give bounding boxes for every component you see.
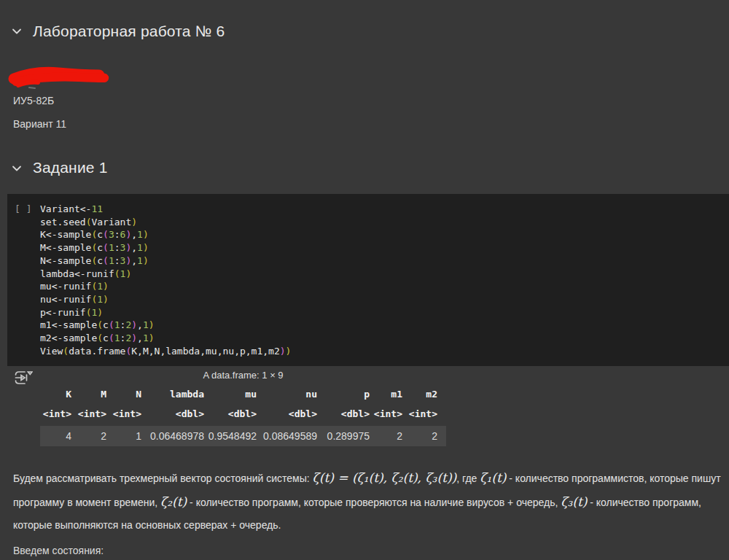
dataframe-cell: <dbl> <box>141 408 204 419</box>
code-line: lambda<-runif(1) <box>40 268 729 281</box>
dataframe-cell: 1 <box>106 430 141 442</box>
dataframe-output: A data.frame: 1 × 9 KMNlambdamunupm1m2 <… <box>40 370 446 446</box>
paragraph-text: - количество программ, которые проверяют… <box>187 497 561 508</box>
collapse-chevron-icon[interactable] <box>12 165 22 172</box>
dataframe-cell: <int> <box>71 408 106 419</box>
dataframe-caption: A data.frame: 1 × 9 <box>40 370 446 385</box>
dataframe-cell: 2 <box>370 430 402 442</box>
dataframe-cell: <dbl> <box>204 408 257 419</box>
run-cell-button[interactable]: [ ] <box>15 203 31 214</box>
section-title-task: Задание 1 <box>33 159 108 176</box>
dataframe-cell: N <box>106 389 141 400</box>
inline-math: ζ₁(t) <box>480 470 506 485</box>
code-line: mu<-runif(1) <box>40 280 729 293</box>
dataframe-cell: <dbl> <box>257 408 317 419</box>
dataframe-cell: <int> <box>40 408 71 419</box>
dataframe-cell: p <box>317 389 370 400</box>
dataframe-cell: 2 <box>71 430 106 442</box>
dataframe-cell: <int> <box>106 408 141 419</box>
code-lines: Variant<-11set.seed(Variant)K<-sample(c(… <box>40 203 729 357</box>
collapse-chevron-icon[interactable] <box>12 28 22 35</box>
dataframe-type-row: <int><int><int><dbl><dbl><dbl><dbl><int>… <box>40 403 446 424</box>
dataframe-cell: <int> <box>370 408 402 419</box>
dataframe-cell: 0.08649589 <box>257 430 317 442</box>
paragraph-text: , где <box>456 472 480 484</box>
dataframe-cell: nu <box>257 389 317 400</box>
dataframe-cell: 0.9548492 <box>204 430 257 442</box>
code-line: set.seed(Variant) <box>40 216 729 229</box>
inline-math: ζ₂(t) <box>160 494 187 509</box>
dataframe-header-row: KMNlambdamunupm1m2 <box>40 385 446 403</box>
code-line: m2<-sample(c(1:2),1) <box>40 332 729 345</box>
code-cell[interactable]: [ ] Variant<-11set.seed(Variant)K<-sampl… <box>7 194 729 366</box>
dataframe-cell: 4 <box>40 430 71 442</box>
dataframe-cell: <dbl> <box>317 408 370 419</box>
dataframe-cell: 0.06468978 <box>141 430 204 442</box>
group-label: ИУ5-82Б <box>13 95 54 106</box>
paragraph-text: Будем рассматривать трехмерный вектор со… <box>13 472 313 484</box>
markdown-paragraph: Будем рассматривать трехмерный вектор со… <box>13 467 724 537</box>
dataframe-cell: m2 <box>402 389 446 400</box>
output-options-icon[interactable] <box>12 369 33 386</box>
dataframe-value-row: 4210.064689780.95484920.086495890.289975… <box>40 426 446 446</box>
inline-math: ζ₃(t) <box>561 494 587 509</box>
dataframe-cell: K <box>40 389 71 400</box>
dataframe-cell: <int> <box>402 408 446 419</box>
dataframe-cell: lambda <box>141 389 204 400</box>
code-line: K<-sample(c(3:6),1) <box>40 228 729 241</box>
dataframe-cell: 2 <box>402 430 446 442</box>
code-line: Variant<-11 <box>40 203 729 216</box>
dataframe-cell: mu <box>204 389 257 400</box>
code-line: View(data.frame(K,M,N,lambda,mu,nu,p,m1,… <box>40 345 729 358</box>
code-line: p<-runif(1) <box>40 306 729 319</box>
dataframe-cell: M <box>71 389 106 400</box>
dataframe-cell: m1 <box>370 389 402 400</box>
section-title-lab: Лабораторная работа № 6 <box>33 23 225 40</box>
dataframe-cell: 0.289975 <box>317 430 370 442</box>
code-line: nu<-runif(1) <box>40 293 729 306</box>
code-line: M<-sample(c(1:3),1) <box>40 241 729 254</box>
markdown-line-states: Введем состояния: <box>13 545 104 556</box>
code-line: m1<-sample(c(1:2),1) <box>40 319 729 332</box>
variant-label: Вариант 11 <box>13 118 66 130</box>
redaction-scribble <box>6 64 122 96</box>
inline-math: ζ(t) = (ζ₁(t), ζ₂(t), ζ₃(t)) <box>313 470 457 485</box>
code-line: N<-sample(c(1:3),1) <box>40 254 729 268</box>
